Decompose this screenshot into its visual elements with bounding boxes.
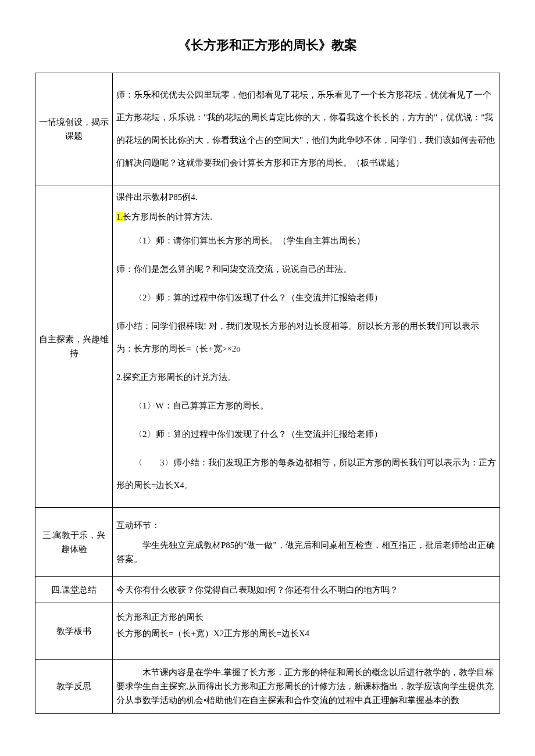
paragraph: 师：乐乐和优优去公园里玩零，他们都看见了花坛，乐乐看见了一个长方形花坛，优优看见… (116, 84, 496, 174)
paragraph: 师小结：同学们很棒哦! 对，我们发现长方形的对边长度相等。所以长方形的用长我们可… (116, 315, 496, 360)
paragraph: 〈2〉师：算的过程中你们发现了什么？（生交流并汇报给老师） (116, 423, 496, 446)
paragraph: 2.探究正方形周长的计兑方法。 (116, 366, 496, 389)
row-label-reflection: 教学反思 (35, 660, 113, 714)
row-label-summary: 四.课堂总结 (35, 577, 113, 603)
row-content-board: 长方形和正方形的周长 长方形的周长=（长+宽）X2正方形的周长=边长X4 (113, 603, 500, 660)
table-row: 教学板书 长方形和正方形的周长 长方形的周长=（长+宽）X2正方形的周长=边长X… (35, 603, 500, 660)
paragraph: 〈1〉师：请你们算出长方形的周长。（学生自主算出周长） (116, 230, 496, 252)
paragraph: 〈2〉师：算的过程中你们发现了什么？（生交流并汇报给老师） (116, 286, 496, 309)
table-row: 教学反思 木节课内容是在学牛.掌握了长方形，正方形的特征和周长的概念以后进行教学… (35, 660, 500, 714)
paragraph: 长方形的周长=（长+宽）X2正方形的周长=边长X4 (116, 626, 496, 640)
paragraph: 长方形和正方形的周长 (116, 610, 496, 624)
row-content-context: 师：乐乐和优优去公园里玩零，他们都看见了花坛，乐乐看见了一个长方形花坛，优优看见… (113, 73, 500, 185)
row-label-fun: 三.寓教于乐，兴趣体验 (35, 508, 113, 577)
paragraph: 师：你们是怎么算的呢？和同柒交流交流，说说自己的茸法。 (116, 258, 496, 281)
table-row: 三.寓教于乐，兴趣体验 互动环节： 学生先独立完成教材P85的"做一做"，做完后… (35, 508, 500, 577)
paragraph: 互动环节： (116, 518, 496, 532)
paragraph: 学生先独立完成教材P85的"做一做"，做完后和同桌相互检查，相互指正，批后老师给… (116, 538, 496, 566)
page-title: 《长方形和正方形的周长》教案 (35, 35, 500, 55)
paragraph: 〈1〉W：自己算算正方形的周长。 (116, 395, 496, 417)
row-content-fun: 互动环节： 学生先独立完成教材P85的"做一做"，做完后和同桌相互检查，相互指正… (113, 508, 500, 577)
row-label-board: 教学板书 (35, 603, 113, 660)
text: 长方形周长的计算方法. (123, 212, 212, 221)
row-content-summary: 今天你有什么收获？你觉得自己表现如I何？你还有什么不明白的地方吗？ (113, 577, 500, 603)
row-label-explore: 自主探索，兴趣维持 (35, 185, 113, 508)
paragraph: 课件出示教材P85例4. (116, 190, 496, 204)
highlighted-text: 1. (116, 212, 123, 221)
row-content-explore: 课件出示教材P85例4. 1.长方形周长的计算方法. 〈1〉师：请你们算出长方形… (113, 185, 500, 508)
paragraph: 木节课内容是在学牛.掌握了长方形，正方形的特征和周长的概念以后进行教学的，教学目… (116, 665, 496, 707)
table-row: 自主探索，兴趣维持 课件出示教材P85例4. 1.长方形周长的计算方法. 〈1〉… (35, 185, 500, 508)
lesson-plan-table: 一情境创设，揭示课题 师：乐乐和优优去公园里玩零，他们都看见了花坛，乐乐看见了一… (35, 73, 500, 714)
paragraph: 1.长方形周长的计算方法. (116, 210, 496, 224)
row-content-reflection: 木节课内容是在学牛.掌握了长方形，正方形的特征和周长的概念以后进行教学的，教学目… (113, 660, 500, 714)
paragraph: 今天你有什么收获？你觉得自己表现如I何？你还有什么不明白的地方吗？ (116, 583, 496, 597)
table-row: 四.课堂总结 今天你有什么收获？你觉得自己表现如I何？你还有什么不明白的地方吗？ (35, 577, 500, 603)
row-label-context: 一情境创设，揭示课题 (35, 73, 113, 185)
table-row: 一情境创设，揭示课题 师：乐乐和优优去公园里玩零，他们都看见了花坛，乐乐看见了一… (35, 73, 500, 185)
paragraph: 〈 3〉师小结：我们发现正方形的每条边都相等，所以正方形的周长我们可以表示为：正… (116, 452, 496, 497)
